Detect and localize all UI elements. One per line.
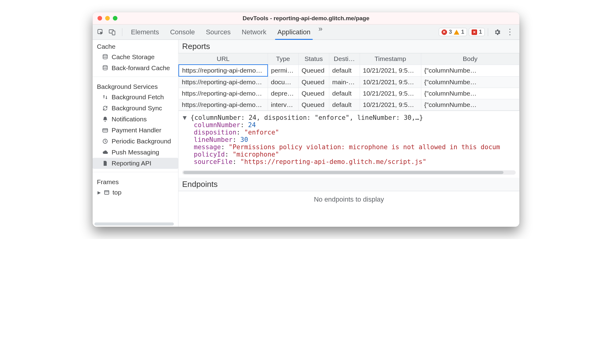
cell-url: https://reporting-api-demo… — [179, 88, 268, 99]
tab-console[interactable]: Console — [165, 25, 201, 40]
json-value: "Permissions policy violation: microphon… — [229, 143, 500, 151]
cell-ts: 10/21/2021, 9:5… — [360, 88, 421, 99]
zoom-window-button[interactable] — [113, 16, 117, 21]
tab-elements[interactable]: Elements — [125, 25, 165, 40]
window-controls — [98, 16, 117, 21]
window-title: DevTools - reporting-api-demo.glitch.me/… — [93, 15, 519, 22]
more-tabs-icon[interactable]: » — [316, 25, 325, 40]
svg-point-4 — [103, 66, 107, 67]
json-key: lineNumber — [194, 136, 232, 143]
table-row[interactable]: https://reporting-api-demo… interv… Queu… — [179, 99, 519, 111]
cell-status: Queued — [298, 65, 329, 76]
more-options-icon[interactable]: ⋮ — [503, 27, 516, 37]
cell-url: https://reporting-api-demo… — [179, 99, 268, 111]
cell-body: {"columnNumbe… — [421, 99, 519, 111]
sidebar-item-bf-cache[interactable]: Back-forward Cache — [93, 63, 178, 74]
svg-rect-7 — [105, 191, 109, 194]
json-value: "https://reporting-api-demo.glitch.me/sc… — [240, 158, 426, 165]
endpoints-empty-text: No endpoints to display — [178, 191, 519, 209]
col-timestamp[interactable]: Timestamp — [360, 53, 421, 65]
cell-dest: main-… — [329, 76, 360, 88]
window-icon — [103, 189, 110, 196]
cell-body: {"columnNumbe… — [421, 65, 519, 76]
json-key: message — [194, 143, 221, 151]
sidebar-item-frame-top[interactable]: ▸ top — [93, 187, 178, 198]
issues-badge[interactable]: ✕ 1 — [469, 28, 485, 36]
sidebar-group-bg-services: Background Services — [93, 80, 178, 92]
cell-status: Queued — [298, 88, 329, 99]
reports-header: Reports — [178, 40, 519, 53]
json-value: 30 — [240, 136, 248, 143]
chevron-right-icon: ▸ — [98, 189, 101, 196]
sidebar-item-cache-storage[interactable]: Cache Storage — [93, 51, 178, 63]
error-icon: ✕ — [442, 29, 447, 35]
issues-count: 1 — [479, 29, 482, 35]
sidebar-item-periodic-bg[interactable]: Periodic Background — [93, 136, 178, 147]
sidebar-group-frames: Frames — [93, 175, 178, 187]
json-summary: {columnNumber: 24, disposition: "enforce… — [190, 114, 423, 121]
json-value: "microphone" — [232, 151, 279, 158]
expand-toggle-icon[interactable]: ▼ — [183, 114, 190, 121]
table-row[interactable]: https://reporting-api-demo… docu… Queued… — [179, 76, 519, 88]
horizontal-scrollbar[interactable] — [94, 222, 174, 226]
settings-icon[interactable] — [493, 28, 502, 36]
cell-ts: 10/21/2021, 9:5… — [360, 65, 421, 76]
sidebar-item-label: Payment Handler — [112, 127, 161, 134]
table-header-row: URL Type Status Desti… Timestamp Body — [179, 53, 519, 65]
scrollbar-thumb[interactable] — [183, 171, 503, 174]
json-key: columnNumber — [194, 121, 240, 129]
tab-sources[interactable]: Sources — [200, 25, 236, 40]
sidebar-item-label: Periodic Background — [112, 138, 171, 145]
endpoints-header: Endpoints — [178, 178, 519, 191]
main-toolbar: Elements Console Sources Network Applica… — [93, 25, 519, 40]
document-icon — [102, 160, 109, 167]
cell-url: https://reporting-api-demo… — [179, 76, 268, 88]
svg-rect-2 — [112, 31, 115, 35]
tab-application[interactable]: Application — [272, 25, 316, 40]
sync-icon — [102, 105, 109, 112]
sidebar-item-label: Reporting API — [112, 160, 151, 167]
cell-dest: default — [329, 65, 360, 76]
json-key: policyId — [194, 151, 225, 158]
bell-icon — [102, 116, 109, 123]
sidebar-item-label: Push Messaging — [112, 149, 159, 156]
cell-type: interv… — [268, 99, 298, 111]
sidebar-item-bg-sync[interactable]: Background Sync — [93, 103, 178, 114]
sidebar-item-reporting-api[interactable]: Reporting API — [93, 158, 178, 169]
titlebar: DevTools - reporting-api-demo.glitch.me/… — [93, 12, 519, 25]
credit-card-icon — [102, 127, 109, 134]
col-status[interactable]: Status — [298, 53, 329, 65]
sidebar-item-bg-fetch[interactable]: Background Fetch — [93, 92, 178, 103]
updown-arrows-icon — [102, 94, 109, 100]
database-icon — [102, 65, 109, 71]
cell-dest: default — [329, 99, 360, 111]
col-type[interactable]: Type — [268, 53, 298, 65]
database-icon — [102, 54, 109, 60]
tab-network[interactable]: Network — [236, 25, 272, 40]
sidebar-item-label: Cache Storage — [112, 53, 155, 61]
cell-ts: 10/21/2021, 9:5… — [360, 99, 421, 111]
json-value: 24 — [248, 121, 256, 129]
col-url[interactable]: URL — [179, 53, 268, 65]
table-row[interactable]: https://reporting-api-demo… depre… Queue… — [179, 88, 519, 99]
reporting-api-panel: Reports URL Type Status Desti… Timestamp… — [178, 40, 519, 227]
toolbar-divider — [488, 28, 488, 36]
col-destination[interactable]: Desti… — [329, 53, 360, 65]
close-window-button[interactable] — [98, 16, 102, 21]
cell-ts: 10/21/2021, 9:5… — [360, 76, 421, 88]
sidebar-item-push-messaging[interactable]: Push Messaging — [93, 147, 178, 158]
panel-tabs: Elements Console Sources Network Applica… — [125, 25, 325, 40]
console-errors-warnings-badge[interactable]: ✕ 3 1 — [439, 28, 467, 36]
minimize-window-button[interactable] — [105, 16, 110, 21]
sidebar-item-notifications[interactable]: Notifications — [93, 114, 178, 125]
panel-body: Cache Cache Storage Back-forward Cache B… — [93, 40, 519, 227]
svg-rect-5 — [103, 129, 108, 132]
table-row[interactable]: https://reporting-api-demo… permi… Queue… — [179, 65, 519, 76]
col-body[interactable]: Body — [421, 53, 519, 65]
horizontal-scrollbar[interactable] — [182, 170, 516, 175]
device-toolbar-icon[interactable] — [107, 27, 117, 37]
sidebar-divider — [93, 172, 178, 172]
warning-count: 1 — [461, 29, 464, 35]
inspect-element-icon[interactable] — [96, 27, 105, 37]
sidebar-item-payment-handler[interactable]: Payment Handler — [93, 125, 178, 136]
